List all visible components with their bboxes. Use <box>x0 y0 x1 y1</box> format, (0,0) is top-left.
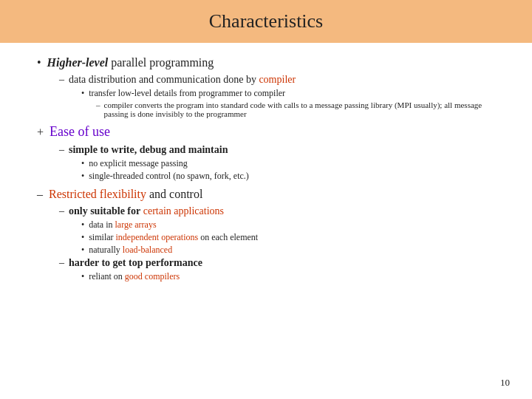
dash-marker: – <box>59 144 64 156</box>
sub-text: reliant on good compilers <box>89 271 180 282</box>
dash-text: only suitable for certain applications <box>69 205 224 217</box>
bold-text: simple to write, debug and maintain <box>69 144 228 155</box>
sub-text: no explicit message passing <box>89 158 188 169</box>
sub-bullet: • <box>81 171 84 182</box>
bold-text: only suitable for <box>69 205 140 216</box>
sub-text: transfer low-level details from programm… <box>89 88 285 99</box>
dash-marker: – <box>59 257 64 269</box>
bullet-text: Restricted flexibility and control <box>49 188 202 201</box>
slide: Characteristics • Higher-level parallel … <box>0 0 532 399</box>
sub-text: similar independent operations on each e… <box>89 232 258 243</box>
sub-text: compiler converts the program into stand… <box>104 100 503 118</box>
list-item: • data in large arrays <box>81 219 502 231</box>
list-item: • similar independent operations on each… <box>81 232 502 243</box>
colored-text: independent operations <box>116 232 199 242</box>
list-item: – harder to get top performance <box>59 257 502 269</box>
plus-marker: + <box>37 126 44 139</box>
dash-marker: – <box>37 188 43 201</box>
list-item: – Restricted flexibility and control <box>37 188 502 201</box>
dash-text: simple to write, debug and maintain <box>69 144 228 156</box>
colored-text: Restricted flexibility <box>49 188 146 200</box>
sub-dash: – <box>96 100 100 109</box>
sub-bullet: • <box>81 271 84 282</box>
dash-marker: – <box>59 205 64 217</box>
colored-text: compiler <box>259 74 296 85</box>
colored-text: good compilers <box>125 271 180 282</box>
list-item: – simple to write, debug and maintain <box>59 144 502 156</box>
title-bar: Characteristics <box>0 0 532 43</box>
bullet-text: Ease of use <box>50 124 110 140</box>
colored-text: certain applications <box>143 205 224 216</box>
list-item: • naturally load-balanced <box>81 245 502 256</box>
list-item: • transfer low-level details from progra… <box>81 88 502 99</box>
sub-bullet: • <box>81 158 84 169</box>
sub-bullet: • <box>81 219 84 231</box>
restricted-text: Restricted flexibility and control <box>49 188 202 200</box>
page-number: 10 <box>500 377 510 389</box>
sub-text: single-threaded control (no spawn, fork,… <box>89 171 249 182</box>
text-plain: Higher-level parallel programming <box>47 56 214 69</box>
sub-bullet: • <box>81 88 84 99</box>
colored-text: load-balanced <box>123 245 172 255</box>
sub-bullet: • <box>81 232 84 243</box>
list-item: – data distribution and communication do… <box>59 74 502 86</box>
list-item: – compiler converts the program into sta… <box>96 100 502 118</box>
dash-marker: – <box>59 74 64 86</box>
list-item: • reliant on good compilers <box>81 271 502 282</box>
slide-title: Characteristics <box>30 10 502 33</box>
bullet-text: Higher-level parallel programming <box>47 56 214 69</box>
list-item: • no explicit message passing <box>81 158 502 169</box>
list-item: • Higher-level parallel programming <box>37 56 502 69</box>
list-item: – only suitable for certain applications <box>59 205 502 217</box>
sub-text: naturally load-balanced <box>89 245 172 256</box>
list-item: • single-threaded control (no spawn, for… <box>81 171 502 182</box>
sub-bullet: • <box>81 245 84 256</box>
sub-text: data in large arrays <box>89 219 156 231</box>
bullet-marker: • <box>37 56 41 69</box>
bold-text: harder to get top performance <box>69 257 202 268</box>
ease-text: Ease of use <box>50 124 110 139</box>
slide-content: • Higher-level parallel programming – da… <box>30 56 502 282</box>
dash-text: harder to get top performance <box>69 257 202 269</box>
colored-text: large arrays <box>115 219 157 230</box>
dash-text: data distribution and communication done… <box>69 74 296 86</box>
list-item: + Ease of use <box>37 124 502 140</box>
